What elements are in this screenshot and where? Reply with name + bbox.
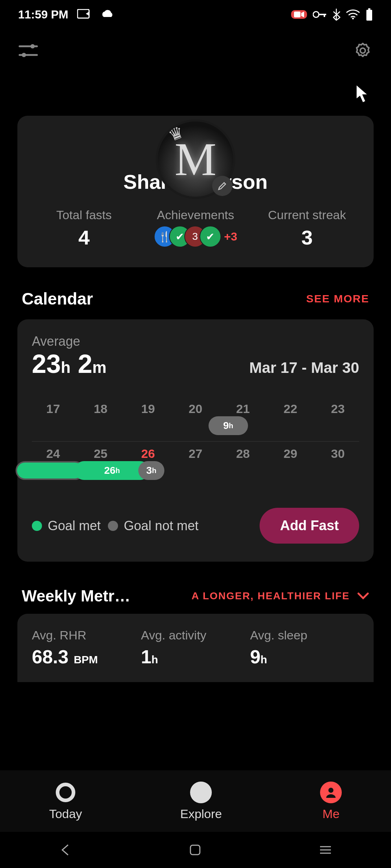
weekly-tagline: A LONGER, HEALTHIER LIFE	[138, 590, 350, 602]
avatar-container[interactable]: ♛ M	[156, 119, 235, 199]
back-icon[interactable]	[59, 843, 72, 856]
achievement-badge-icon: ✔	[199, 226, 221, 247]
bottom-nav: Today Explore Me	[0, 770, 391, 832]
cursor-icon	[355, 83, 371, 105]
top-toolbar	[0, 29, 391, 72]
chevron-down-icon	[357, 592, 369, 600]
gear-icon	[353, 41, 373, 61]
metric-activity[interactable]: Avg. activity 1h	[141, 628, 250, 668]
calendar-day[interactable]: 29	[269, 447, 312, 461]
date-range: Mar 17 - Mar 30	[249, 359, 359, 376]
metric-label: Avg. activity	[141, 628, 250, 642]
svg-rect-8	[366, 10, 372, 21]
stat-achievements[interactable]: Achievements 🍴 ✔ 3 ✔ +3	[140, 208, 251, 247]
metric-label: Avg. sleep	[250, 628, 359, 642]
recording-indicator-icon	[291, 10, 307, 19]
stat-total-fasts[interactable]: Total fasts 4	[28, 208, 140, 249]
cloud-icon	[100, 9, 115, 20]
see-more-link[interactable]: SEE MORE	[306, 293, 369, 305]
weekly-metrics-card: Avg. RHR 68.3 BPM Avg. activity 1h Avg. …	[17, 614, 374, 682]
status-time: 11:59 PM	[18, 8, 68, 21]
average-hours: 23	[32, 349, 61, 378]
calendar-row: 17 18 19 20 21 22 23 9h	[32, 397, 359, 441]
edit-avatar-button[interactable]	[212, 176, 232, 196]
achievement-badges: 🍴 ✔ 3 ✔ +3	[140, 226, 251, 247]
calendar-day[interactable]: 30	[316, 447, 359, 461]
svg-rect-9	[368, 8, 370, 10]
nav-label: Explore	[180, 807, 222, 821]
fast-pill[interactable]	[16, 461, 84, 480]
pill-value: 3	[146, 465, 152, 476]
legend-goal-not-met: Goal not met	[108, 518, 198, 533]
nav-label: Today	[49, 807, 82, 821]
pill-value: 26	[104, 465, 115, 476]
stat-label: Achievements	[140, 208, 251, 222]
nav-today[interactable]: Today	[49, 782, 82, 821]
svg-point-17	[328, 788, 333, 793]
pill-value: 9	[223, 420, 229, 431]
vpn-key-icon	[313, 10, 327, 18]
legend-goal-met: Goal met	[32, 518, 101, 533]
svg-point-4	[313, 12, 319, 17]
wifi-icon	[346, 9, 360, 20]
metric-value: 1h	[141, 646, 250, 668]
svg-rect-6	[324, 14, 325, 17]
calendar-day[interactable]: 23	[316, 402, 359, 416]
sliders-icon	[18, 43, 38, 59]
calendar-day[interactable]: 28	[222, 447, 264, 461]
system-nav	[0, 832, 391, 868]
legend-label: Goal not met	[124, 518, 198, 533]
svg-point-13	[22, 53, 26, 57]
legend-label: Goal met	[48, 518, 101, 533]
fast-pill[interactable]: 3h	[138, 461, 164, 480]
calendar-day-today[interactable]: 26	[127, 447, 169, 461]
dot-icon	[32, 521, 42, 531]
calendar-card: Average 23h 2m Mar 17 - Mar 30 17 18 19 …	[17, 319, 374, 562]
svg-point-14	[360, 48, 365, 53]
calendar-day[interactable]: 17	[32, 402, 75, 416]
calendar-day[interactable]: 21	[222, 402, 264, 416]
nav-explore[interactable]: Explore	[180, 782, 222, 821]
battery-icon	[366, 8, 373, 21]
person-icon	[320, 782, 342, 803]
calendar-day[interactable]: 24	[32, 447, 75, 461]
calendar-day[interactable]: 25	[79, 447, 122, 461]
add-fast-button[interactable]: Add Fast	[260, 508, 359, 544]
metric-sleep[interactable]: Avg. sleep 9h	[250, 628, 359, 668]
filter-button[interactable]	[17, 40, 39, 61]
average-label: Average	[32, 334, 106, 349]
metric-value: 68.3 BPM	[32, 646, 141, 668]
home-icon[interactable]	[189, 844, 201, 856]
weekly-metrics-header[interactable]: Weekly Metri… A LONGER, HEALTHIER LIFE	[0, 562, 391, 614]
nav-me[interactable]: Me	[320, 782, 342, 821]
weekly-title: Weekly Metri…	[22, 587, 130, 605]
dot-icon	[108, 521, 118, 531]
settings-button[interactable]	[352, 40, 374, 61]
compass-icon	[190, 782, 212, 803]
metric-rhr[interactable]: Avg. RHR 68.3 BPM	[32, 628, 141, 668]
svg-marker-3	[301, 12, 304, 17]
calendar-day[interactable]: 18	[79, 402, 122, 416]
fast-pill[interactable]: 9h	[209, 416, 248, 435]
calendar-day[interactable]: 27	[174, 447, 217, 461]
calendar-day[interactable]: 20	[174, 402, 217, 416]
svg-marker-1	[86, 12, 89, 16]
svg-marker-16	[197, 788, 205, 796]
calendar-day[interactable]: 22	[269, 402, 312, 416]
calendar-title: Calendar	[22, 289, 93, 309]
svg-rect-18	[190, 845, 200, 855]
recents-icon[interactable]	[319, 845, 332, 855]
achievement-more: +3	[224, 230, 237, 243]
calendar-day[interactable]: 19	[127, 402, 169, 416]
calendar-header: Calendar SEE MORE	[0, 267, 391, 319]
nav-label: Me	[320, 807, 342, 821]
status-bar: 11:59 PM	[0, 0, 391, 29]
profile-section: ♛ M Shane Dawson Total fasts 4 Achieveme…	[0, 116, 391, 267]
metric-value: 9h	[250, 646, 359, 668]
average-minutes: 2	[78, 349, 92, 378]
pencil-icon	[218, 181, 227, 191]
stat-streak[interactable]: Current streak 3	[251, 208, 363, 249]
metric-label: Avg. RHR	[32, 628, 141, 642]
stat-value: 4	[28, 226, 140, 249]
cast-icon	[77, 9, 92, 20]
